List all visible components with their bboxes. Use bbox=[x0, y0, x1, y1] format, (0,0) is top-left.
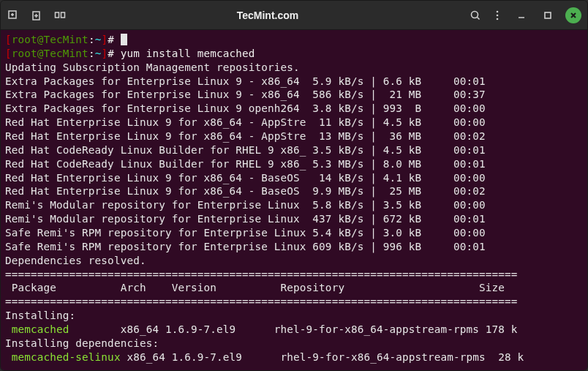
svg-point-6 bbox=[497, 14, 499, 16]
new-tab-icon[interactable] bbox=[7, 9, 20, 22]
output-line: Red Hat Enterprise Linux 9 for x86_64 - … bbox=[5, 172, 486, 184]
split-icon[interactable] bbox=[53, 9, 67, 22]
prompt-colon: : bbox=[88, 48, 95, 59]
svg-rect-2 bbox=[56, 12, 59, 18]
installing-label: Installing: bbox=[5, 310, 75, 321]
prompt-bracket: [ bbox=[5, 34, 12, 45]
output-line: Red Hat CodeReady Linux Builder for RHEL… bbox=[5, 158, 486, 170]
prompt-bracket-close: ] bbox=[101, 48, 108, 59]
svg-rect-8 bbox=[545, 12, 551, 18]
prompt-hash: # bbox=[108, 48, 114, 59]
output-line: Updating Subscription Management reposit… bbox=[5, 61, 300, 73]
output-line: Red Hat CodeReady Linux Builder for RHEL… bbox=[5, 144, 486, 156]
output-line: Remi's Modular repository for Enterprise… bbox=[5, 213, 486, 225]
titlebar: TecMint.com bbox=[1, 1, 587, 30]
output-line: Extra Packages for Enterprise Linux 9 op… bbox=[5, 102, 486, 114]
menu-icon[interactable] bbox=[491, 9, 504, 22]
output-line: Red Hat Enterprise Linux 9 for x86_64 - … bbox=[5, 185, 486, 197]
output-line: Dependencies resolved. bbox=[5, 255, 146, 266]
search-icon[interactable] bbox=[469, 9, 482, 22]
command-text: yum install memcached bbox=[121, 48, 255, 59]
table-header: Package Arch Version Repository Size bbox=[5, 282, 505, 293]
svg-rect-3 bbox=[61, 12, 65, 18]
new-window-icon[interactable] bbox=[30, 9, 43, 22]
prompt-host: TecMint bbox=[44, 34, 88, 45]
window-title: TecMint.com bbox=[67, 10, 469, 21]
svg-point-5 bbox=[497, 10, 499, 12]
close-button[interactable] bbox=[565, 7, 581, 23]
cursor bbox=[121, 34, 127, 45]
terminal-content[interactable]: [root@TecMint:~]# [root@TecMint:~]# yum … bbox=[1, 30, 587, 370]
prompt-user: root bbox=[12, 48, 37, 59]
package-details: x86_64 1.6.9-7.el9 rhel-9-for-x86_64-app… bbox=[121, 351, 524, 363]
output-line: Red Hat Enterprise Linux 9 for x86_64 - … bbox=[5, 116, 486, 128]
package-name: memcached-selinux bbox=[5, 351, 121, 363]
terminal-window: TecMint.com bbox=[0, 0, 588, 371]
prompt-at: @ bbox=[37, 48, 44, 59]
prompt-colon: : bbox=[88, 34, 95, 45]
output-line: Remi's Modular repository for Enterprise… bbox=[5, 199, 486, 211]
output-line: Extra Packages for Enterprise Linux 9 - … bbox=[5, 89, 486, 100]
svg-point-7 bbox=[497, 18, 499, 20]
maximize-button[interactable] bbox=[539, 7, 557, 24]
prompt-bracket: [ bbox=[5, 48, 12, 59]
prompt-hash: # bbox=[108, 34, 114, 45]
minimize-button[interactable] bbox=[513, 7, 530, 24]
output-line: Red Hat Enterprise Linux 9 for x86_64 - … bbox=[5, 130, 486, 142]
prompt-at: @ bbox=[37, 34, 44, 45]
prompt-host: TecMint bbox=[44, 48, 88, 59]
output-line: Extra Packages for Enterprise Linux 9 - … bbox=[5, 75, 486, 87]
prompt-bracket-close: ] bbox=[101, 34, 108, 45]
output-line: Safe Remi's RPM repository for Enterpris… bbox=[5, 241, 486, 252]
installing-deps-label: Installing dependencies: bbox=[5, 337, 159, 349]
divider: ========================================… bbox=[5, 269, 518, 280]
output-line: Safe Remi's RPM repository for Enterpris… bbox=[5, 227, 486, 239]
svg-point-4 bbox=[472, 11, 478, 18]
package-name: memcached bbox=[5, 323, 69, 335]
divider: ========================================… bbox=[5, 296, 518, 307]
package-details: x86_64 1.6.9-7.el9 rhel-9-for-x86_64-app… bbox=[69, 323, 518, 335]
prompt-user: root bbox=[12, 34, 37, 45]
